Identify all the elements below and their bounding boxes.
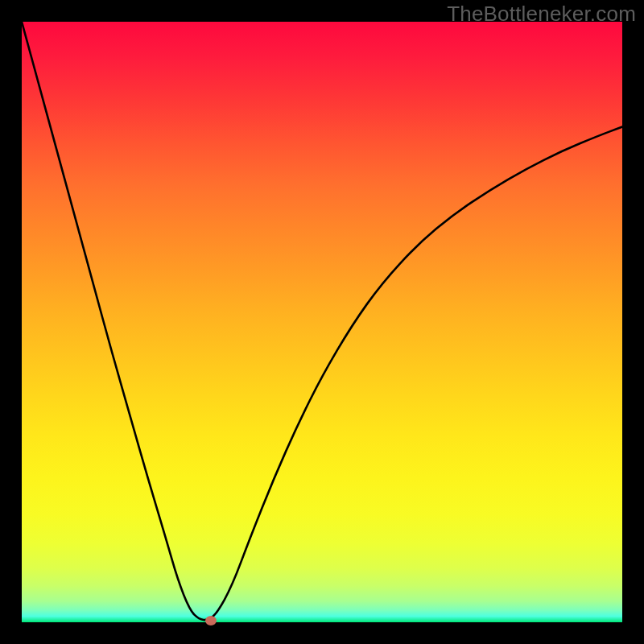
curve-svg: [22, 22, 622, 622]
chart-frame: TheBottleneker.com: [0, 0, 644, 644]
plot-area: [22, 22, 622, 622]
optimum-marker-icon: [205, 616, 217, 625]
bottleneck-curve-path: [22, 22, 622, 620]
